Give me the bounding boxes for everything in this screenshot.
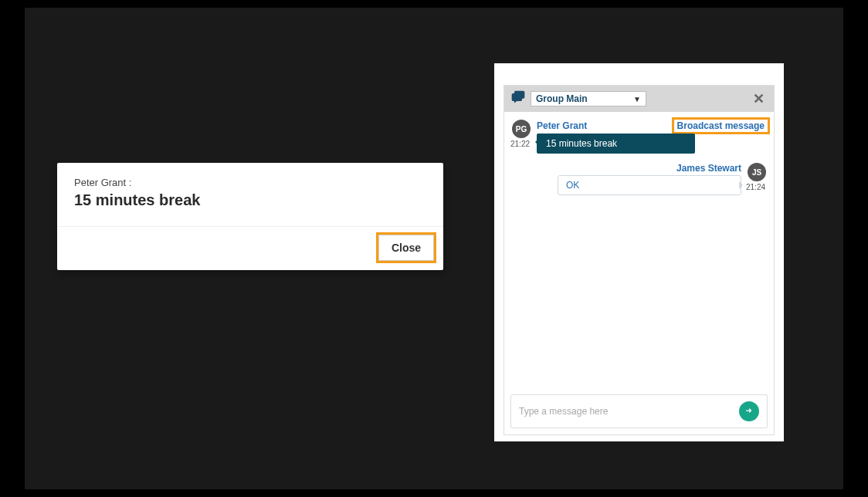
message-timestamp: 21:22	[510, 140, 532, 148]
message-row: PG 21:22 Peter Grant Broadcast message 1…	[510, 120, 768, 154]
chat-body: PG 21:22 Peter Grant Broadcast message 1…	[504, 112, 774, 394]
chevron-down-icon: ▼	[633, 95, 641, 103]
send-button[interactable]	[739, 401, 759, 421]
message-header: Peter Grant Broadcast message	[537, 120, 768, 132]
dialog-sender-label: Peter Grant :	[74, 177, 426, 188]
dialog-message-text: 15 minutes break	[74, 191, 426, 209]
message-composer	[510, 394, 768, 428]
chat-header: Group Main ▼ ✕	[504, 86, 774, 112]
message-content: James Stewart OK	[510, 163, 741, 195]
broadcast-tag: Broadcast message	[674, 120, 768, 132]
message-timestamp: 21:24	[746, 183, 768, 191]
avatar: JS	[748, 163, 766, 181]
message-input[interactable]	[519, 406, 739, 417]
notification-dialog: Peter Grant : 15 minutes break Close	[57, 163, 443, 270]
message-sender: James Stewart	[676, 163, 741, 174]
message-content: Peter Grant Broadcast message 15 minutes…	[537, 120, 768, 154]
message-bubble: 15 minutes break	[537, 134, 695, 154]
message-bubble: OK	[558, 175, 741, 195]
message-sender: Peter Grant	[537, 120, 587, 131]
dialog-body: Peter Grant : 15 minutes break	[57, 163, 443, 227]
close-chat-button[interactable]: ✕	[750, 90, 768, 107]
arrow-right-icon	[744, 404, 754, 418]
chat-icon	[510, 90, 526, 108]
avatar: PG	[512, 120, 531, 138]
group-select-label: Group Main	[536, 93, 588, 104]
chat-inner: Group Main ▼ ✕ PG 21:22 Peter Grant Broa…	[504, 85, 775, 435]
group-select[interactable]: Group Main ▼	[531, 91, 646, 106]
message-row: James Stewart OK JS 21:24	[510, 163, 768, 195]
chat-panel: Group Main ▼ ✕ PG 21:22 Peter Grant Broa…	[494, 63, 784, 441]
avatar-column: PG 21:22	[510, 120, 532, 148]
avatar-column: JS 21:24	[746, 163, 768, 191]
close-button[interactable]: Close	[378, 235, 434, 261]
dialog-footer: Close	[57, 227, 443, 270]
